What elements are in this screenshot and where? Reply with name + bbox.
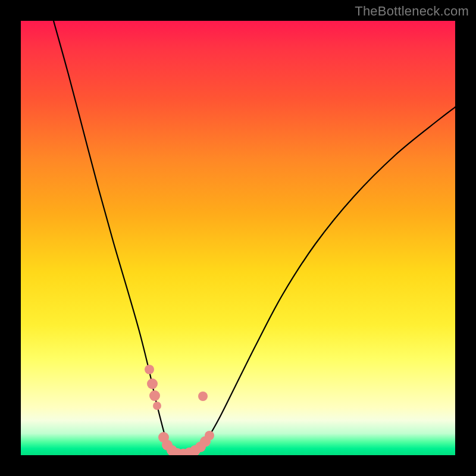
beads-group	[145, 365, 214, 455]
curves-svg	[21, 21, 455, 455]
data-bead	[205, 431, 214, 440]
data-bead	[198, 392, 208, 401]
plot-area	[21, 21, 455, 455]
data-bead	[147, 378, 158, 389]
data-bead	[149, 390, 160, 401]
curve-group	[54, 21, 455, 454]
watermark-text: TheBottleneck.com	[355, 4, 469, 19]
data-bead	[153, 402, 161, 410]
bottleneck-curve	[54, 21, 455, 454]
chart-frame: TheBottleneck.com	[0, 0, 476, 476]
data-bead	[145, 365, 154, 374]
